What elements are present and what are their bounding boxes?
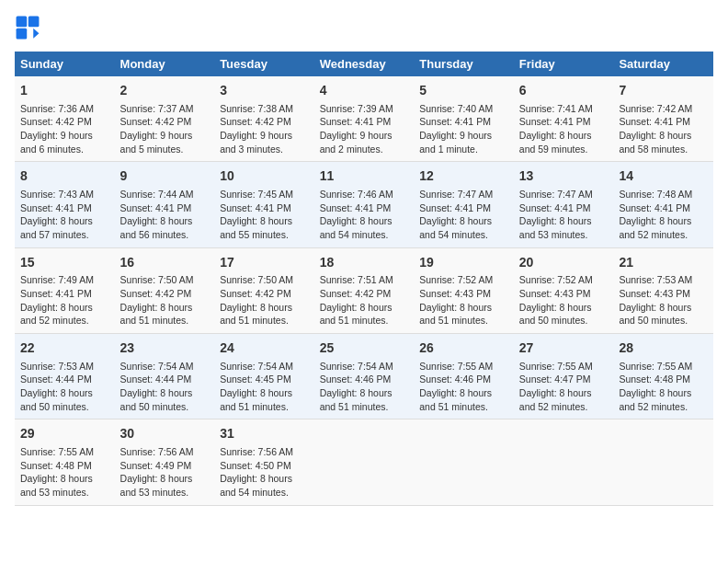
day-info: Sunrise: 7:38 AM Sunset: 4:42 PM Dayligh… (220, 102, 309, 156)
day-number: 19 (419, 254, 508, 272)
calendar-cell: 7Sunrise: 7:42 AM Sunset: 4:41 PM Daylig… (613, 76, 713, 162)
day-number: 1 (20, 82, 109, 100)
calendar-cell: 11Sunrise: 7:46 AM Sunset: 4:41 PM Dayli… (314, 162, 415, 247)
day-number: 12 (419, 167, 508, 186)
day-number: 2 (120, 82, 210, 100)
day-info: Sunrise: 7:47 AM Sunset: 4:41 PM Dayligh… (419, 188, 508, 242)
calendar-cell: 21Sunrise: 7:53 AM Sunset: 4:43 PM Dayli… (613, 247, 713, 333)
day-number: 29 (20, 425, 109, 443)
header-thursday: Thursday (414, 52, 514, 76)
header-wednesday: Wednesday (314, 52, 415, 76)
day-info: Sunrise: 7:55 AM Sunset: 4:47 PM Dayligh… (519, 360, 609, 414)
day-number: 31 (220, 425, 309, 443)
calendar-cell: 24Sunrise: 7:54 AM Sunset: 4:45 PM Dayli… (214, 334, 314, 419)
day-number: 16 (120, 254, 210, 272)
calendar-cell: 19Sunrise: 7:52 AM Sunset: 4:43 PM Dayli… (414, 247, 514, 333)
day-number: 4 (320, 82, 409, 100)
day-info: Sunrise: 7:48 AM Sunset: 4:41 PM Dayligh… (619, 188, 708, 242)
day-number: 25 (320, 339, 409, 358)
day-info: Sunrise: 7:50 AM Sunset: 4:42 PM Dayligh… (120, 273, 210, 327)
day-number: 24 (220, 339, 309, 358)
day-info: Sunrise: 7:54 AM Sunset: 4:46 PM Dayligh… (320, 360, 409, 414)
week-row-5: 29Sunrise: 7:55 AM Sunset: 4:48 PM Dayli… (15, 419, 713, 505)
logo (15, 15, 44, 40)
day-info: Sunrise: 7:41 AM Sunset: 4:41 PM Dayligh… (519, 102, 609, 156)
day-info: Sunrise: 7:50 AM Sunset: 4:42 PM Dayligh… (220, 273, 309, 327)
calendar-cell: 6Sunrise: 7:41 AM Sunset: 4:41 PM Daylig… (514, 76, 614, 162)
day-info: Sunrise: 7:44 AM Sunset: 4:41 PM Dayligh… (120, 188, 210, 242)
calendar-cell: 29Sunrise: 7:55 AM Sunset: 4:48 PM Dayli… (15, 419, 115, 505)
calendar-cell: 23Sunrise: 7:54 AM Sunset: 4:44 PM Dayli… (115, 334, 215, 419)
logo-icon (15, 15, 40, 40)
calendar-cell: 9Sunrise: 7:44 AM Sunset: 4:41 PM Daylig… (115, 162, 215, 247)
day-number: 8 (20, 167, 109, 186)
calendar-cell: 28Sunrise: 7:55 AM Sunset: 4:48 PM Dayli… (613, 334, 713, 419)
calendar-cell: 17Sunrise: 7:50 AM Sunset: 4:42 PM Dayli… (214, 247, 314, 333)
page-header (15, 15, 713, 40)
calendar-cell: 26Sunrise: 7:55 AM Sunset: 4:46 PM Dayli… (414, 334, 514, 419)
day-info: Sunrise: 7:52 AM Sunset: 4:43 PM Dayligh… (519, 273, 609, 327)
day-info: Sunrise: 7:54 AM Sunset: 4:44 PM Dayligh… (120, 360, 210, 414)
day-info: Sunrise: 7:36 AM Sunset: 4:42 PM Dayligh… (20, 102, 109, 156)
calendar-cell: 15Sunrise: 7:49 AM Sunset: 4:41 PM Dayli… (15, 247, 115, 333)
day-info: Sunrise: 7:54 AM Sunset: 4:45 PM Dayligh… (220, 360, 309, 414)
calendar-cell: 5Sunrise: 7:40 AM Sunset: 4:41 PM Daylig… (414, 76, 514, 162)
calendar-cell: 27Sunrise: 7:55 AM Sunset: 4:47 PM Dayli… (514, 334, 614, 419)
calendar-cell (314, 419, 415, 505)
calendar-cell: 4Sunrise: 7:39 AM Sunset: 4:41 PM Daylig… (314, 76, 415, 162)
day-info: Sunrise: 7:43 AM Sunset: 4:41 PM Dayligh… (20, 188, 109, 242)
week-row-3: 15Sunrise: 7:49 AM Sunset: 4:41 PM Dayli… (15, 247, 713, 333)
day-number: 27 (519, 339, 609, 358)
week-row-1: 1Sunrise: 7:36 AM Sunset: 4:42 PM Daylig… (15, 76, 713, 162)
svg-marker-3 (33, 29, 39, 39)
calendar-cell: 13Sunrise: 7:47 AM Sunset: 4:41 PM Dayli… (514, 162, 614, 247)
day-info: Sunrise: 7:55 AM Sunset: 4:48 PM Dayligh… (619, 360, 708, 414)
calendar-cell: 12Sunrise: 7:47 AM Sunset: 4:41 PM Dayli… (414, 162, 514, 247)
calendar-cell: 31Sunrise: 7:56 AM Sunset: 4:50 PM Dayli… (214, 419, 314, 505)
day-number: 5 (419, 82, 508, 100)
calendar-cell: 2Sunrise: 7:37 AM Sunset: 4:42 PM Daylig… (115, 76, 215, 162)
day-number: 9 (120, 167, 210, 186)
day-info: Sunrise: 7:55 AM Sunset: 4:46 PM Dayligh… (419, 360, 508, 414)
day-number: 7 (619, 82, 708, 100)
header-monday: Monday (115, 52, 215, 76)
calendar-cell: 16Sunrise: 7:50 AM Sunset: 4:42 PM Dayli… (115, 247, 215, 333)
header-sunday: Sunday (15, 52, 115, 76)
calendar-cell: 8Sunrise: 7:43 AM Sunset: 4:41 PM Daylig… (15, 162, 115, 247)
day-number: 23 (120, 339, 210, 358)
day-number: 30 (120, 425, 210, 443)
day-info: Sunrise: 7:52 AM Sunset: 4:43 PM Dayligh… (419, 273, 508, 327)
day-number: 21 (619, 254, 708, 272)
day-info: Sunrise: 7:37 AM Sunset: 4:42 PM Dayligh… (120, 102, 210, 156)
week-row-2: 8Sunrise: 7:43 AM Sunset: 4:41 PM Daylig… (15, 162, 713, 247)
day-info: Sunrise: 7:40 AM Sunset: 4:41 PM Dayligh… (419, 102, 508, 156)
svg-rect-1 (28, 17, 40, 28)
day-number: 26 (419, 339, 508, 358)
calendar-cell: 3Sunrise: 7:38 AM Sunset: 4:42 PM Daylig… (214, 76, 314, 162)
day-info: Sunrise: 7:55 AM Sunset: 4:48 PM Dayligh… (20, 445, 109, 500)
calendar-cell: 25Sunrise: 7:54 AM Sunset: 4:46 PM Dayli… (314, 334, 415, 419)
calendar-cell: 1Sunrise: 7:36 AM Sunset: 4:42 PM Daylig… (15, 76, 115, 162)
calendar-table: SundayMondayTuesdayWednesdayThursdayFrid… (15, 52, 713, 506)
svg-rect-0 (17, 17, 28, 28)
day-number: 10 (220, 167, 309, 186)
week-row-4: 22Sunrise: 7:53 AM Sunset: 4:44 PM Dayli… (15, 334, 713, 419)
calendar-cell (613, 419, 713, 505)
svg-rect-2 (17, 29, 28, 40)
day-number: 17 (220, 254, 309, 272)
day-info: Sunrise: 7:42 AM Sunset: 4:41 PM Dayligh… (619, 102, 708, 156)
calendar-cell: 22Sunrise: 7:53 AM Sunset: 4:44 PM Dayli… (15, 334, 115, 419)
day-info: Sunrise: 7:49 AM Sunset: 4:41 PM Dayligh… (20, 273, 109, 327)
calendar-header-row: SundayMondayTuesdayWednesdayThursdayFrid… (15, 52, 713, 76)
calendar-cell (414, 419, 514, 505)
calendar-cell: 10Sunrise: 7:45 AM Sunset: 4:41 PM Dayli… (214, 162, 314, 247)
calendar-cell: 20Sunrise: 7:52 AM Sunset: 4:43 PM Dayli… (514, 247, 614, 333)
day-number: 20 (519, 254, 609, 272)
day-info: Sunrise: 7:47 AM Sunset: 4:41 PM Dayligh… (519, 188, 609, 242)
day-number: 11 (320, 167, 409, 186)
day-number: 18 (320, 254, 409, 272)
day-number: 28 (619, 339, 708, 358)
header-saturday: Saturday (613, 52, 713, 76)
day-info: Sunrise: 7:56 AM Sunset: 4:50 PM Dayligh… (220, 445, 309, 500)
day-info: Sunrise: 7:45 AM Sunset: 4:41 PM Dayligh… (220, 188, 309, 242)
